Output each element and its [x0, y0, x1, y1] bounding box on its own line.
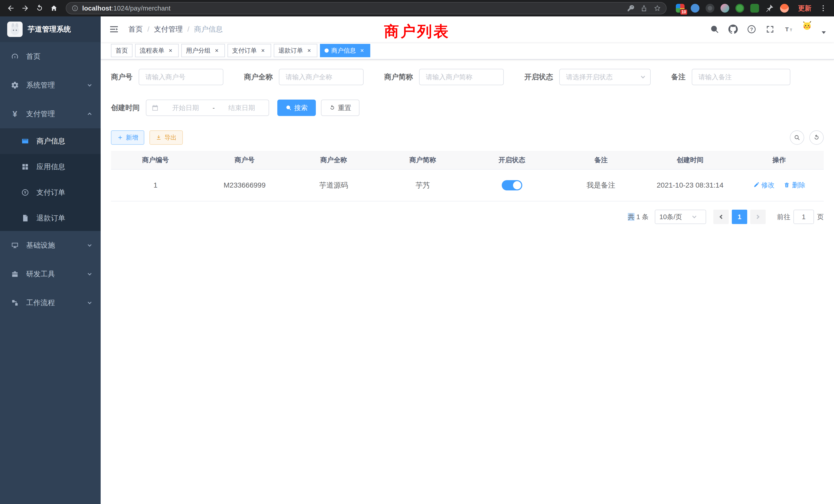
extension-badge: 10 [680, 9, 688, 15]
status-label: 开启状态 [524, 72, 559, 82]
extension-blue-drop-icon[interactable] [691, 4, 699, 13]
status-toggle[interactable] [502, 180, 522, 190]
top-navbar: 首页 支付管理 商户信息 ? TT [101, 17, 834, 42]
hamburger-icon[interactable] [109, 24, 119, 35]
help-icon[interactable]: ? [747, 24, 756, 34]
bookmark-star-icon[interactable] [654, 5, 661, 12]
tab-label: 商户信息 [331, 46, 356, 55]
remark-item: 备注 [671, 69, 790, 85]
browser-menu-button[interactable] [816, 2, 830, 15]
tab-pay-order[interactable]: 支付订单 [227, 44, 271, 57]
app-title: 芋道管理系统 [28, 24, 71, 34]
sidebar-item-merchant-info[interactable]: 商户信息 [0, 128, 101, 154]
search-form-row-1: 商户号 商户全称 商户简称 [111, 69, 824, 85]
cell-status [467, 169, 556, 201]
search-icon[interactable] [710, 24, 720, 34]
font-size-icon[interactable]: TT [784, 24, 793, 34]
gear-icon [10, 81, 20, 90]
logo-rabbit-icon [7, 22, 23, 37]
grid-icon [21, 162, 30, 171]
goto-page-input[interactable] [793, 210, 814, 224]
close-icon[interactable] [358, 47, 366, 54]
extension-pinwheel-icon[interactable]: 10 [676, 4, 684, 13]
svg-text:?: ? [750, 27, 753, 32]
sidebar-item-infra[interactable]: 基础设施 [0, 231, 101, 260]
sidebar-item-system[interactable]: 系统管理 [0, 71, 101, 99]
extension-pin-icon[interactable] [765, 4, 774, 13]
prev-page-button[interactable] [713, 210, 729, 224]
breadcrumb-home[interactable]: 首页 [128, 24, 143, 34]
github-icon[interactable] [728, 24, 738, 34]
search-button[interactable]: 搜索 [277, 99, 316, 116]
user-menu[interactable] [802, 21, 826, 38]
next-page-button[interactable] [750, 210, 766, 224]
extension-green-circle-icon[interactable] [736, 4, 744, 13]
tab-home[interactable]: 首页 [111, 44, 132, 57]
col-full-name: 商户全称 [289, 151, 378, 169]
pagination: 共 1 条 10条/页 1 前往 页 [111, 210, 824, 224]
chevron-down-icon [87, 83, 92, 88]
tab-refund-order[interactable]: 退款订单 [274, 44, 317, 57]
sidebar-item-refund-order[interactable]: 退款订单 [0, 205, 101, 231]
merchant-no-input[interactable] [139, 69, 223, 85]
share-icon[interactable] [640, 5, 648, 12]
cell-merchant-no: M233666999 [200, 169, 289, 201]
browser-back-button[interactable] [4, 2, 18, 15]
tab-merchant-info[interactable]: 商户信息 [320, 44, 370, 57]
remark-input[interactable] [692, 69, 790, 85]
site-info-icon[interactable] [71, 5, 79, 12]
status-select[interactable]: 请选择开启状态 [559, 69, 651, 85]
status-select-placeholder: 请选择开启状态 [560, 73, 640, 82]
extension-green-square-icon[interactable] [750, 4, 759, 13]
tab-user-group[interactable]: 用户分组 [181, 44, 225, 57]
sidebar-item-dev-tools[interactable]: 研发工具 [0, 260, 101, 289]
close-icon[interactable] [167, 47, 174, 54]
col-status: 开启状态 [467, 151, 556, 169]
toggle-search-button[interactable] [790, 130, 804, 145]
sidebar-item-workflow[interactable]: 工作流程 [0, 289, 101, 317]
search-form-row-2: 创建时间 开始日期 - 结束日期 搜索 重置 [111, 99, 824, 116]
short-name-input[interactable] [420, 69, 503, 85]
fullscreen-icon[interactable] [765, 24, 775, 34]
reset-button[interactable]: 重置 [321, 99, 359, 116]
delete-link[interactable]: 删除 [784, 181, 805, 190]
pagination-total: 共 1 条 [628, 212, 649, 222]
browser-update-button[interactable]: 更新 [794, 4, 815, 13]
col-actions: 操作 [734, 151, 824, 169]
breadcrumb-current: 商户信息 [194, 24, 223, 34]
refresh-icon [813, 134, 820, 141]
date-range-picker[interactable]: 开始日期 - 结束日期 [146, 99, 269, 116]
sidebar-item-app-info[interactable]: 应用信息 [0, 154, 101, 180]
reset-icon [329, 105, 335, 111]
page-size-select[interactable]: 10条/页 [655, 210, 706, 224]
address-bar[interactable]: localhost:1024/pay/merchant [66, 2, 666, 14]
export-button[interactable]: 导出 [150, 130, 183, 145]
caret-down-icon [822, 31, 826, 36]
extension-avatar-icon[interactable] [721, 4, 729, 13]
yen-icon: ¥ [10, 109, 20, 118]
close-icon[interactable] [259, 47, 266, 54]
browser-refresh-button[interactable] [33, 2, 46, 15]
browser-forward-button[interactable] [19, 2, 32, 15]
add-button[interactable]: 新增 [111, 130, 144, 145]
tab-process-form[interactable]: 流程表单 [135, 44, 179, 57]
add-button-label: 新增 [126, 134, 138, 142]
extension-dark-circle-icon[interactable] [706, 4, 714, 13]
sidebar-item-home[interactable]: 首页 [0, 42, 101, 71]
refresh-table-button[interactable] [809, 130, 824, 145]
browser-home-button[interactable] [47, 2, 61, 15]
sidebar-item-pay-order[interactable]: 支付订单 [0, 180, 101, 205]
sidebar-item-payment[interactable]: ¥ 支付管理 [0, 99, 101, 128]
close-icon[interactable] [306, 47, 313, 54]
password-key-icon[interactable] [627, 5, 634, 12]
full-name-input[interactable] [279, 69, 363, 85]
close-icon[interactable] [213, 47, 220, 54]
app-logo[interactable]: 芋道管理系统 [0, 17, 101, 42]
page-1-button[interactable]: 1 [732, 210, 747, 224]
profile-avatar-icon[interactable] [780, 4, 789, 13]
breadcrumb-payment[interactable]: 支付管理 [154, 24, 183, 34]
edit-link[interactable]: 修改 [753, 181, 775, 190]
breadcrumb: 首页 支付管理 商户信息 [128, 24, 223, 34]
sidebar-item-label: 商户信息 [37, 136, 65, 146]
col-remark: 备注 [556, 151, 645, 169]
